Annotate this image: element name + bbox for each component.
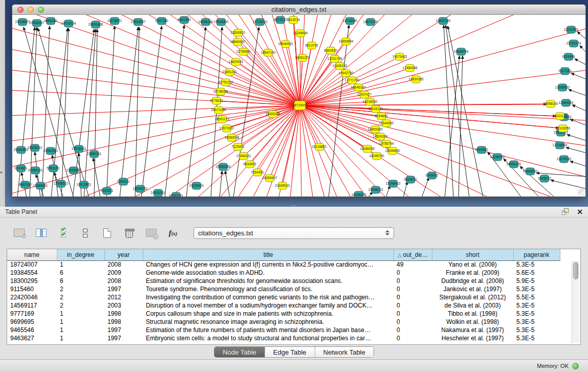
cell-title[interactable]: Structural magnetic resonance image aver… [143,318,394,326]
network-node[interactable]: 9031501 [100,187,114,194]
cell-name[interactable]: 19384554 [7,269,57,277]
table-selector-dropdown[interactable]: citations_edges.txt [193,227,394,239]
network-node[interactable]: 16354907 [263,174,277,182]
network-node[interactable]: 24503101 [151,189,166,196]
cell-out_degree[interactable]: 0 [394,285,432,293]
network-node[interactable]: 9154690 [375,113,388,120]
column-header-short[interactable]: short [432,249,513,260]
network-node[interactable]: 24035572 [15,18,30,26]
network-node[interactable]: 16046100 [199,18,213,26]
float-panel-icon[interactable] [562,208,570,215]
network-node[interactable]: 10672130 [363,18,378,26]
cell-pagerank[interactable]: 5.3E-5 [513,310,560,318]
network-node[interactable]: 10240020 [490,154,505,161]
cell-title[interactable]: Investigating the contribution of common… [143,293,394,301]
cell-name[interactable]: 9115460 [7,285,57,293]
cell-out_degree[interactable]: 0 [394,293,432,301]
network-node[interactable]: 12905010 [54,180,69,187]
network-node[interactable]: 19203401 [189,182,204,189]
cell-short[interactable]: Franke et al. (2009) [432,269,513,277]
network-node[interactable]: 16646100 [351,84,366,91]
cell-pagerank[interactable]: 5.3E-5 [513,285,560,293]
cell-name[interactable]: 14569117 [7,301,57,310]
network-node[interactable]: 12942750 [339,70,354,77]
cell-name[interactable]: 9699695 [7,318,57,326]
cell-year[interactable]: 2008 [104,260,143,269]
cell-in_degree[interactable]: 2 [57,285,104,293]
column-header-name[interactable]: name [7,249,57,260]
table-row[interactable]: 1938455462009Genome-wide association stu… [7,269,560,277]
cell-year[interactable]: 1997 [104,334,143,342]
network-node[interactable]: 5051150 [47,165,60,172]
network-window[interactable]: citations_edges.txt 24035572205532879466… [12,4,586,197]
cell-title[interactable]: Genome-wide association studies in ADHD. [143,269,394,277]
network-node[interactable]: 18300295 [266,111,280,118]
network-node[interactable]: 10553287 [131,18,146,26]
table-scrollbar-thumb[interactable] [573,262,578,279]
network-node[interactable]: 9937150 [155,17,168,25]
network-node[interactable]: 17873301 [220,125,234,132]
network-node[interactable]: 9466160 [44,17,57,25]
cell-year[interactable]: 2003 [104,301,143,310]
cell-pagerank[interactable]: 5.9E-5 [513,277,560,285]
network-node[interactable]: 7125402 [231,143,245,150]
network-node[interactable]: 11675330 [557,156,572,163]
cell-name[interactable]: 18300295 [7,277,57,285]
cell-title[interactable]: Changes of HCN gene expression and I(f) … [143,260,394,269]
cell-title[interactable]: Corpus callosum shape and size in male p… [143,310,394,318]
network-canvas[interactable]: 2403557220553287946616010719134206914061… [12,15,585,196]
cell-in_degree[interactable]: 1 [57,310,104,318]
network-node[interactable]: 14830395 [409,76,424,83]
cell-out_degree[interactable]: 0 [394,277,432,285]
network-node[interactable]: 16640910 [278,40,293,48]
cell-out_degree[interactable]: 0 [394,301,432,310]
cell-pagerank[interactable]: 5.6E-5 [513,269,560,277]
cell-short[interactable]: Tibbo et al. (1998) [432,310,513,318]
network-node[interactable]: 15093410 [386,180,401,187]
network-node[interactable]: 10301101 [169,192,184,196]
network-node[interactable]: 11853804 [339,38,354,45]
network-node[interactable]: 25260550 [14,146,29,154]
cell-short[interactable]: Wolkin et al. (1998) [432,318,513,326]
network-node[interactable]: 14509320 [373,133,388,140]
cell-short[interactable]: Jankovic et al. (1997) [432,285,513,293]
cell-out_degree[interactable]: 0 [394,334,432,342]
network-node[interactable]: 21845010 [275,182,290,189]
column-header-in_degree[interactable]: in_degree [57,249,104,260]
cell-year[interactable]: 1997 [104,285,143,293]
network-node[interactable]: 9245012 [538,175,551,182]
network-node[interactable]: 11007427 [357,91,372,98]
cell-out_degree[interactable]: 0 [394,326,432,334]
network-node[interactable]: 16584001 [33,182,48,189]
network-node[interactable]: 15134851 [312,143,327,150]
network-node[interactable]: 17016504 [553,142,568,149]
cell-short[interactable]: Nakamura et al. (1997) [432,326,513,334]
network-node[interactable]: 16648784 [454,48,469,55]
network-node[interactable]: 13216000 [363,98,378,105]
unselect-all-columns-icon[interactable] [77,225,93,240]
close-panel-icon[interactable]: ✕ [577,208,583,215]
network-node[interactable]: 8660910 [324,47,337,54]
cell-pagerank[interactable]: 5.5E-5 [513,293,560,301]
cell-in_degree[interactable]: 6 [57,277,104,285]
network-node[interactable]: 20671030 [211,106,226,114]
cell-name[interactable]: 22420046 [7,293,57,301]
cell-pagerank[interactable]: 5.3E-5 [513,301,560,310]
cell-year[interactable]: 2009 [104,269,143,277]
network-node[interactable]: 13201795 [328,55,342,62]
network-node[interactable]: 20053346 [216,163,231,170]
network-node[interactable]: 15751074 [567,40,581,47]
table-scrollbar[interactable] [572,261,579,343]
network-node[interactable]: 14809300 [368,126,383,133]
network-node[interactable]: 20981001 [43,147,58,155]
network-node[interactable]: 9919801 [14,165,28,172]
network-node[interactable]: 15958100 [543,100,558,107]
network-node[interactable]: 17450348 [403,64,418,72]
network-node[interactable]: 14755794 [379,140,394,147]
cell-name[interactable]: 9777169 [7,310,57,318]
cell-in_degree[interactable]: 1 [57,260,104,269]
function-builder-icon[interactable]: f(x) [165,225,181,240]
cell-in_degree[interactable]: 1 [57,334,104,342]
tab-node-table[interactable]: Node Table [214,347,265,357]
network-window-titlebar[interactable]: citations_edges.txt [12,5,585,15]
